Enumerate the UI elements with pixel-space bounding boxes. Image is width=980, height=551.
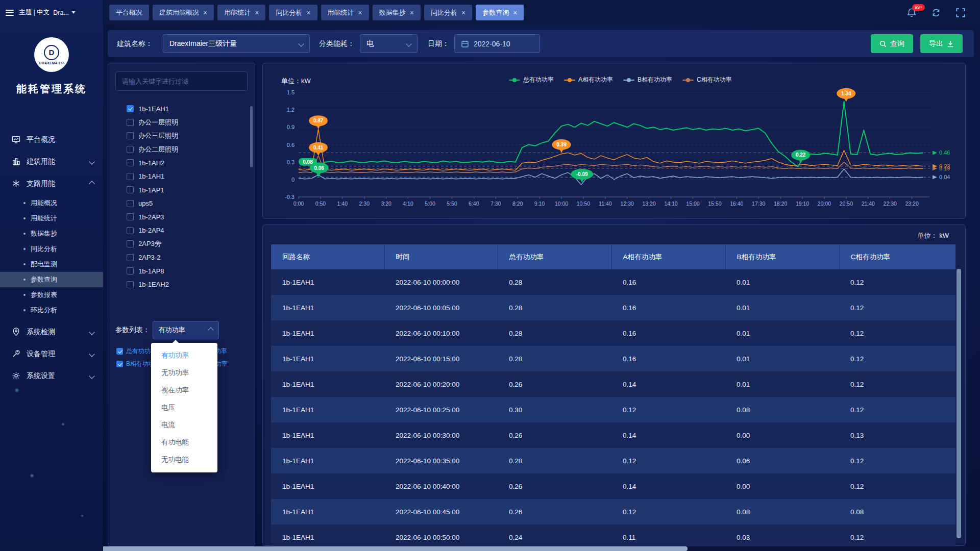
- circuit-item-ups5[interactable]: ups5: [115, 197, 246, 211]
- checkbox[interactable]: [127, 267, 134, 274]
- checkbox[interactable]: [127, 146, 134, 153]
- tab-用能统计[interactable]: 用能统计×: [217, 5, 265, 20]
- table-cell: 0.00: [725, 473, 839, 499]
- energy-type-select[interactable]: 电: [360, 34, 418, 53]
- checkbox[interactable]: [127, 200, 134, 207]
- checkbox[interactable]: [116, 361, 123, 367]
- sidebar-item-建筑用能[interactable]: 建筑用能: [0, 151, 103, 172]
- dropdown-option-视在功率[interactable]: 视在功率: [151, 382, 217, 399]
- table-cell: 0.16: [611, 346, 725, 371]
- sidebar-subitem-同比分析[interactable]: 同比分析: [0, 241, 103, 257]
- circuit-item-1b-1AP8[interactable]: 1b-1AP8: [115, 264, 246, 278]
- hamburger-menu-icon[interactable]: [4, 8, 15, 17]
- legend-marker-icon: [564, 80, 575, 81]
- monitor-icon: [11, 328, 20, 337]
- circuit-item-2AP3-2[interactable]: 2AP3-2: [115, 251, 246, 265]
- building-select-value: DraexImaier三级计量: [169, 39, 237, 48]
- sidebar-item-系统检测[interactable]: 系统检测: [0, 321, 103, 343]
- dropdown-option-无功功率[interactable]: 无功功率: [151, 364, 217, 382]
- circuit-list-scrollbar[interactable]: [250, 106, 253, 167]
- circuit-item-1b-1AH1[interactable]: 1b-1AH1: [115, 170, 246, 184]
- building-name-label: 建筑名称：: [117, 30, 153, 57]
- circuit-item-1b-2AP3[interactable]: 1b-2AP3: [115, 210, 246, 224]
- circuit-item-2AP3旁[interactable]: 2AP3旁: [115, 237, 246, 251]
- checkbox[interactable]: [127, 159, 134, 166]
- legend-item-B相有功功率[interactable]: B相有功功率: [623, 76, 672, 84]
- query-button[interactable]: 查询: [871, 34, 913, 53]
- param-select[interactable]: 有功功率: [153, 321, 219, 339]
- checkbox[interactable]: [116, 348, 123, 355]
- checkbox[interactable]: [127, 105, 134, 112]
- circuit-item-1b-1EAH1[interactable]: 1b-1EAH1: [115, 102, 246, 116]
- circuit-item-办公二层照明[interactable]: 办公二层照明: [115, 143, 246, 157]
- sidebar-item-支路用能[interactable]: 支路用能: [0, 172, 103, 194]
- tab-close-icon[interactable]: ×: [255, 9, 259, 16]
- circuit-item-1b-1EAH2[interactable]: 1b-1EAH2: [115, 278, 246, 292]
- circuit-item-办公三层照明[interactable]: 办公三层照明: [115, 129, 246, 143]
- dropdown-option-电压[interactable]: 电压: [151, 399, 217, 416]
- legend-item-A相有功功率[interactable]: A相有功功率: [564, 76, 613, 84]
- dropdown-option-有功功率[interactable]: 有功功率: [151, 347, 217, 364]
- tab-数据集抄[interactable]: 数据集抄×: [373, 5, 421, 20]
- sidebar-item-平台概况[interactable]: 平台概况: [0, 129, 103, 151]
- dropdown-option-有功电能[interactable]: 有功电能: [151, 434, 217, 451]
- tab-参数查询[interactable]: 参数查询×: [476, 5, 524, 20]
- dropdown-option-无功电能[interactable]: 无功电能: [151, 451, 217, 468]
- building-select[interactable]: DraexImaier三级计量: [163, 34, 310, 53]
- legend-item-C相有功功率[interactable]: C相有功功率: [682, 76, 732, 84]
- notification-bell-icon[interactable]: 99+: [906, 8, 917, 18]
- tab-close-icon[interactable]: ×: [513, 9, 517, 16]
- dropdown-option-电流[interactable]: 电流: [151, 416, 217, 434]
- circuit-label: 1b-1AH1: [138, 172, 164, 180]
- sidebar-subitem-参数报表[interactable]: 参数报表: [0, 287, 103, 303]
- theme-language-switcher[interactable]: 主题 | 中文: [19, 8, 50, 17]
- sidebar-subitem-用能概况[interactable]: 用能概况: [0, 195, 103, 211]
- tab-用能统计[interactable]: 用能统计×: [321, 5, 369, 20]
- table-scrollbar[interactable]: [957, 269, 961, 538]
- horizontal-scrollbar-thumb[interactable]: [0, 546, 688, 551]
- sidebar-subitem-数据集抄[interactable]: 数据集抄: [0, 226, 103, 241]
- tab-close-icon[interactable]: ×: [461, 9, 465, 16]
- param-list-label: 参数列表：: [115, 325, 150, 335]
- tab-close-icon[interactable]: ×: [358, 9, 362, 16]
- sidebar-subitem-配电监测[interactable]: 配电监测: [0, 257, 103, 272]
- circuit-item-1b-1AH2[interactable]: 1b-1AH2: [115, 156, 246, 170]
- circuit-item-1b-2AP4[interactable]: 1b-2AP4: [115, 224, 246, 238]
- checkbox[interactable]: [127, 281, 134, 288]
- tab-close-icon[interactable]: ×: [306, 9, 310, 16]
- tab-建筑用能概况[interactable]: 建筑用能概况×: [153, 5, 214, 20]
- sidebar-subitem-参数查询[interactable]: 参数查询: [0, 272, 103, 287]
- export-button[interactable]: 导出: [920, 34, 963, 53]
- legend-marker-icon: [509, 80, 520, 81]
- date-picker[interactable]: 2022-06-10: [454, 34, 540, 53]
- tab-同比分析[interactable]: 同比分析×: [269, 5, 317, 20]
- legend-item-总有功功率[interactable]: 总有功功率: [509, 76, 554, 84]
- power-line-chart[interactable]: 1.51.20.90.60.30-0.30:000:501:402:303:20…: [263, 63, 966, 219]
- checkbox[interactable]: [127, 240, 134, 247]
- circuit-item-办公一层照明[interactable]: 办公一层照明: [115, 116, 246, 130]
- checkbox[interactable]: [127, 227, 134, 234]
- circuit-filter-input[interactable]: [115, 71, 248, 91]
- fullscreen-icon[interactable]: [955, 8, 966, 18]
- tab-label: 参数查询: [482, 8, 509, 17]
- checkbox[interactable]: [127, 173, 134, 180]
- sidebar-subitem-用能统计[interactable]: 用能统计: [0, 211, 103, 226]
- checkbox[interactable]: [127, 132, 134, 139]
- checkbox[interactable]: [127, 186, 134, 193]
- tab-同比分析[interactable]: 同比分析×: [424, 5, 472, 20]
- checkbox[interactable]: [127, 254, 134, 261]
- horizontal-scrollbar-track[interactable]: [0, 546, 980, 551]
- svg-text:0.39: 0.39: [556, 142, 567, 147]
- checkbox[interactable]: [127, 119, 134, 126]
- sidebar-item-设备管理[interactable]: 设备管理: [0, 343, 103, 365]
- sidebar-subitem-环比分析[interactable]: 环比分析: [0, 303, 103, 318]
- menu-label: 平台概况: [27, 135, 55, 144]
- sidebar-item-系统设置[interactable]: 系统设置: [0, 365, 103, 387]
- tab-close-icon[interactable]: ×: [410, 9, 414, 16]
- tab-平台概况[interactable]: 平台概况: [109, 5, 149, 20]
- refresh-icon[interactable]: [931, 8, 941, 18]
- checkbox[interactable]: [127, 213, 134, 220]
- tab-close-icon[interactable]: ×: [203, 9, 207, 16]
- user-menu[interactable]: Dra...: [53, 9, 76, 16]
- circuit-item-1b-1AP1[interactable]: 1b-1AP1: [115, 183, 246, 197]
